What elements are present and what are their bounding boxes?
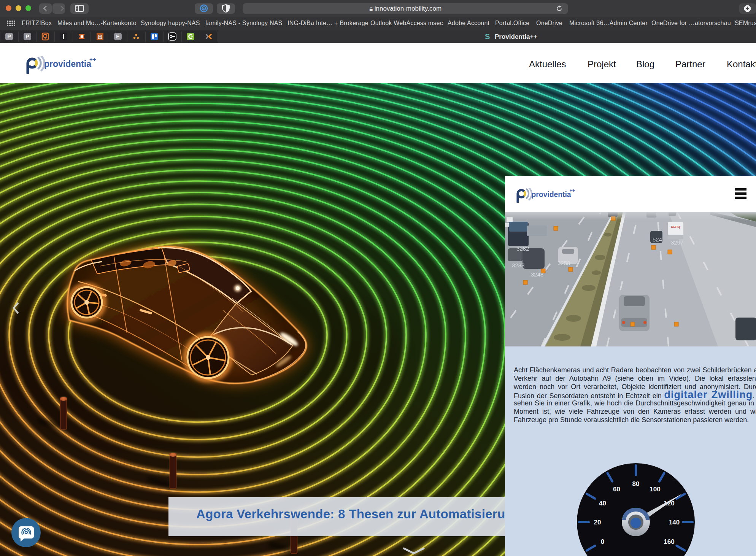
svg-text:providentia: providentia: [44, 59, 91, 69]
svg-text:140: 140: [669, 519, 680, 526]
svg-text:H: H: [98, 34, 102, 40]
svg-text:100: 100: [650, 486, 660, 493]
svg-text:3258: 3258: [557, 260, 570, 266]
svg-text:160: 160: [664, 538, 674, 545]
svg-text:3297: 3297: [671, 239, 683, 246]
svg-text:0: 0: [601, 538, 604, 545]
svg-text:++: ++: [569, 188, 575, 193]
svg-text:P: P: [25, 33, 29, 40]
svg-text:60: 60: [613, 486, 620, 493]
svg-text:3282: 3282: [516, 245, 529, 252]
svg-text:524: 524: [653, 236, 662, 243]
svg-text:++: ++: [89, 56, 96, 62]
svg-text:P: P: [7, 33, 11, 40]
svg-text:3238: 3238: [512, 262, 524, 268]
svg-text:20: 20: [594, 519, 601, 526]
svg-text:40: 40: [599, 500, 606, 507]
svg-text:providentia: providentia: [532, 191, 571, 199]
svg-text:80: 80: [632, 480, 640, 488]
svg-text:E: E: [116, 33, 119, 40]
svg-text:3248: 3248: [531, 271, 543, 278]
